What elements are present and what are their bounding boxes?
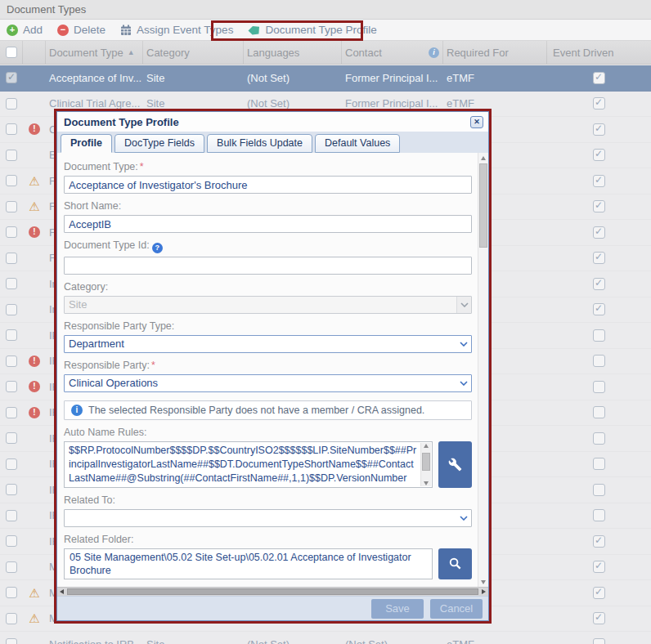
row-select-checkbox[interactable] <box>6 304 17 315</box>
event-driven-checkbox[interactable] <box>593 175 605 187</box>
event-driven-checkbox[interactable] <box>593 329 605 342</box>
event-driven-checkbox[interactable] <box>593 226 605 239</box>
header-contact[interactable]: Contact i <box>342 41 443 64</box>
row-select-checkbox[interactable] <box>6 510 17 521</box>
scroll-down-icon[interactable] <box>481 580 486 584</box>
event-driven-checkbox[interactable] <box>593 97 605 110</box>
row-select-checkbox[interactable] <box>6 381 17 392</box>
scrollbar-thumb[interactable] <box>422 453 430 471</box>
contact-info-icon[interactable]: i <box>429 47 439 58</box>
textarea-scrollbar[interactable] <box>420 443 431 486</box>
scrollbar-thumb[interactable] <box>67 588 478 595</box>
warning-message: i The selected Responsible Party does no… <box>64 400 472 420</box>
scroll-up-icon[interactable] <box>424 444 429 448</box>
related-folder-input[interactable]: 05 Site Management\05.02 Site Set-up\05.… <box>64 548 433 579</box>
document-type-input[interactable] <box>64 176 472 194</box>
row-select-checkbox[interactable] <box>6 407 17 418</box>
event-driven-checkbox[interactable] <box>593 535 605 548</box>
scroll-up-icon[interactable] <box>481 156 486 160</box>
help-icon[interactable]: ? <box>152 243 163 253</box>
event-driven-checkbox[interactable] <box>593 355 605 367</box>
row-select-checkbox[interactable] <box>6 98 17 110</box>
chevron-down-icon[interactable] <box>456 336 471 352</box>
cancel-button[interactable]: Cancel <box>430 599 483 619</box>
row-select-checkbox[interactable] <box>6 484 17 495</box>
scroll-down-icon[interactable] <box>424 481 429 485</box>
tab-doctype-fields[interactable]: DocType Fields <box>114 134 204 153</box>
document-type-id-input[interactable] <box>64 257 472 275</box>
row-select-checkbox[interactable] <box>6 201 17 212</box>
delete-button[interactable]: − Delete <box>57 24 106 36</box>
assign-event-types-button[interactable]: Assign Event Types <box>120 24 233 36</box>
related-to-select[interactable] <box>64 509 472 527</box>
scroll-right-icon[interactable] <box>482 589 486 594</box>
event-driven-checkbox[interactable] <box>593 561 605 573</box>
document-type-profile-button[interactable]: Document Type Profile <box>248 24 376 36</box>
header-category[interactable]: Category <box>143 41 244 64</box>
tab-default-values[interactable]: Default Values <box>315 134 400 153</box>
table-row[interactable]: Notification to IRB... Site (Not Set) (N… <box>0 632 651 644</box>
delete-button-label: Delete <box>74 24 106 36</box>
row-select-checkbox[interactable] <box>6 432 17 444</box>
dialog-horizontal-scrollbar[interactable] <box>57 587 488 596</box>
tab-profile[interactable]: Profile <box>61 134 112 153</box>
dialog-scrollbar[interactable] <box>478 153 488 587</box>
row-select-checkbox[interactable] <box>6 458 17 470</box>
tab-bulk-fields-update[interactable]: Bulk Fields Update <box>207 134 312 153</box>
row-select-checkbox[interactable] <box>6 175 17 186</box>
event-driven-checkbox[interactable] <box>593 509 605 521</box>
scrollbar-thumb[interactable] <box>479 163 487 248</box>
row-select-checkbox[interactable] <box>6 356 17 367</box>
row-select-checkbox[interactable] <box>6 253 17 264</box>
event-driven-checkbox[interactable] <box>593 587 605 599</box>
related-folder-browse-button[interactable] <box>438 548 472 579</box>
chevron-down-icon[interactable] <box>456 510 471 526</box>
event-driven-checkbox[interactable] <box>593 72 605 84</box>
page-title-text: Document Types <box>7 3 86 16</box>
header-document-type[interactable]: Document Type ▲ <box>46 41 143 64</box>
row-select-checkbox[interactable] <box>6 535 17 547</box>
scroll-left-icon[interactable] <box>60 589 64 594</box>
event-driven-checkbox[interactable] <box>593 432 605 445</box>
short-name-input[interactable] <box>64 215 472 233</box>
row-select-checkbox[interactable] <box>6 638 17 644</box>
header-languages[interactable]: Languages <box>244 41 342 64</box>
save-button[interactable]: Save <box>371 599 424 619</box>
responsible-party-select[interactable]: Clinical Operations <box>64 374 472 392</box>
related-folder-label: Related Folder: <box>64 534 472 545</box>
row-select-checkbox[interactable] <box>6 278 17 289</box>
row-select-checkbox[interactable] <box>6 123 17 135</box>
row-status-icon: ⚠ <box>29 200 39 212</box>
toolbar: + Add − Delete Assign Event Types Docume… <box>0 20 651 41</box>
event-driven-checkbox[interactable] <box>593 303 605 315</box>
row-select-checkbox[interactable] <box>6 150 17 161</box>
row-select-checkbox[interactable] <box>6 329 17 341</box>
event-driven-checkbox[interactable] <box>593 381 605 393</box>
select-all-checkbox[interactable] <box>6 47 17 58</box>
event-driven-checkbox[interactable] <box>593 278 605 290</box>
event-driven-checkbox[interactable] <box>593 123 605 136</box>
auto-name-rules-textarea[interactable]: $$RP.ProtocolNumber$$$$DP.$$CountryISO2$… <box>64 441 433 488</box>
event-driven-checkbox[interactable] <box>593 200 605 212</box>
event-driven-checkbox[interactable] <box>593 484 605 496</box>
row-select-checkbox[interactable] <box>6 587 17 598</box>
add-button[interactable]: + Add <box>7 24 43 36</box>
row-select-checkbox[interactable] <box>6 226 17 238</box>
table-row[interactable]: Acceptance of Inv... Site (Not Set) Form… <box>0 65 651 92</box>
auto-name-rules-edit-button[interactable] <box>438 441 472 488</box>
chevron-down-icon[interactable] <box>456 375 471 391</box>
event-driven-checkbox[interactable] <box>593 149 605 161</box>
row-select-checkbox[interactable] <box>6 613 17 624</box>
row-select-checkbox[interactable] <box>6 561 17 573</box>
page-title: Document Types <box>0 0 651 20</box>
responsible-party-type-select[interactable]: Department <box>64 335 472 353</box>
header-event-driven[interactable]: Event Driven <box>547 41 651 64</box>
header-required-for[interactable]: Required For <box>443 41 547 64</box>
event-driven-checkbox[interactable] <box>593 458 605 470</box>
row-select-checkbox[interactable] <box>6 72 17 83</box>
event-driven-checkbox[interactable] <box>593 406 605 418</box>
event-driven-checkbox[interactable] <box>593 638 605 644</box>
close-icon[interactable]: ✕ <box>470 116 483 128</box>
event-driven-checkbox[interactable] <box>593 252 605 264</box>
event-driven-checkbox[interactable] <box>593 612 605 624</box>
